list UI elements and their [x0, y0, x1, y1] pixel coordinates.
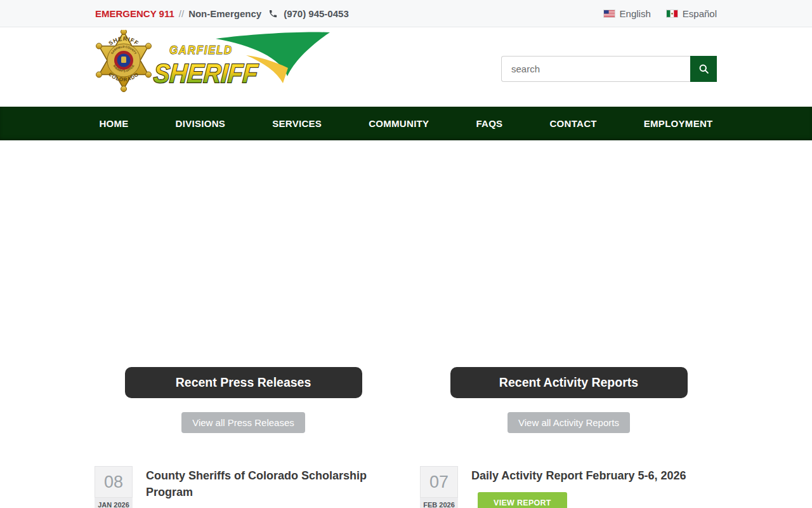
language-espanol-label: Español — [683, 8, 717, 19]
nav-item-home[interactable]: HOME — [75, 107, 152, 140]
press-releases-section: Recent Press Releases View all Press Rel… — [89, 367, 398, 508]
main-navigation: HOME DIVISIONS SERVICES COMMUNITY FAQS C… — [0, 107, 812, 140]
date-day: 08 — [95, 466, 133, 498]
top-utility-bar: EMERGENCY 911 // Non-Emergency (970) 945… — [0, 0, 812, 27]
non-emergency-phone-number[interactable]: (970) 945-0453 — [284, 8, 349, 19]
mexico-flag-icon — [666, 10, 678, 18]
non-emergency-label: Non-Emergency — [188, 8, 261, 19]
nav-item-employment[interactable]: EMPLOYMENT — [620, 107, 737, 140]
date-day: 07 — [420, 466, 458, 498]
language-espanol[interactable]: Español — [666, 8, 717, 19]
emergency-contact-info: EMERGENCY 911 // Non-Emergency (970) 945… — [95, 8, 349, 19]
language-english[interactable]: English — [603, 8, 651, 19]
us-flag-icon — [603, 10, 615, 18]
view-all-activity-reports-button[interactable]: View all Activity Reports — [508, 412, 630, 433]
view-report-button[interactable]: VIEW REPORT — [478, 492, 567, 508]
date-month-year: FEB 2026 — [420, 498, 458, 508]
sheriff-badge-icon: SHERIFF COLORADO GARFIELD COUNTY SHERIFF… — [96, 30, 152, 92]
phone-icon — [268, 9, 278, 18]
search-button[interactable] — [690, 56, 717, 82]
activity-reports-section: Recent Activity Reports View all Activit… — [414, 367, 723, 508]
sheriff-logo[interactable]: SHERIFF COLORADO GARFIELD COUNTY SHERIFF… — [94, 30, 330, 96]
language-switcher: English Español — [603, 8, 717, 19]
press-release-item: 08 JAN 2026 County Sheriffs of Colorado … — [89, 466, 398, 508]
activity-report-title[interactable]: Daily Activity Report February 5-6, 2026 — [471, 467, 686, 484]
news-sections: Recent Press Releases View all Press Rel… — [0, 367, 812, 508]
separator: // — [179, 8, 184, 19]
nav-item-divisions[interactable]: DIVISIONS — [152, 107, 249, 140]
date-badge: 07 FEB 2026 — [420, 466, 458, 508]
search-bar — [501, 56, 717, 82]
date-badge: 08 JAN 2026 — [95, 466, 133, 508]
hero-slider-empty — [0, 140, 812, 367]
view-all-press-releases-button[interactable]: View all Press Releases — [181, 412, 305, 433]
activity-reports-heading: Recent Activity Reports — [450, 367, 688, 398]
search-icon — [698, 64, 709, 74]
date-month-year: JAN 2026 — [95, 498, 133, 508]
press-releases-heading: Recent Press Releases — [125, 367, 362, 398]
logo-sheriff-text: SHERIFF — [153, 58, 259, 88]
language-english-label: English — [620, 8, 651, 19]
nav-item-community[interactable]: COMMUNITY — [345, 107, 452, 140]
activity-report-item: 07 FEB 2026 Daily Activity Report Februa… — [414, 466, 723, 508]
emergency-label: EMERGENCY 911 — [95, 8, 174, 19]
search-input[interactable] — [501, 56, 690, 82]
nav-item-services[interactable]: SERVICES — [249, 107, 345, 140]
press-release-title[interactable]: County Sheriffs of Colorado Scholarship … — [146, 467, 382, 500]
nav-item-contact[interactable]: CONTACT — [526, 107, 620, 140]
site-header: SHERIFF COLORADO GARFIELD COUNTY SHERIFF… — [0, 27, 812, 107]
nav-item-faqs[interactable]: FAQS — [452, 107, 526, 140]
logo-garfield-text: GARFIELD — [169, 43, 233, 57]
